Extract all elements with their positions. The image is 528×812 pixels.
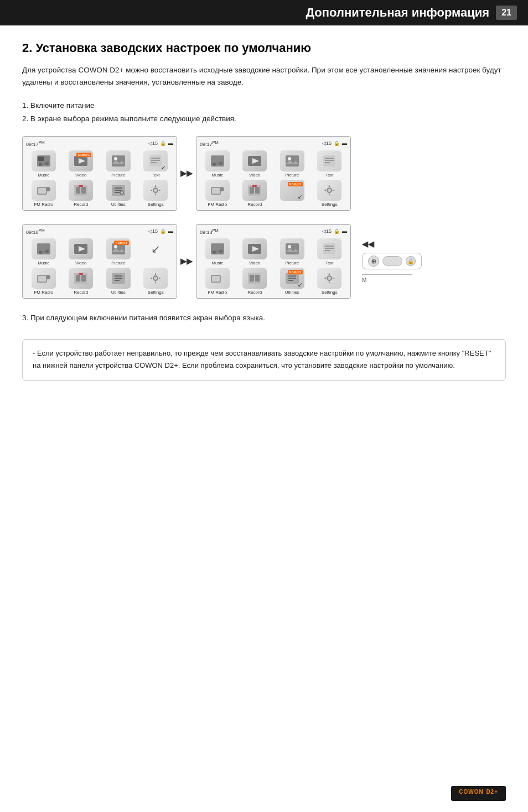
svg-rect-76: [286, 243, 299, 254]
screen-icons-grid-4: Music Video Picture: [200, 238, 347, 295]
icon-item-video-3: Video: [64, 238, 99, 266]
icon-item-utilities-3: Utilities: [101, 268, 136, 295]
icon-fmradio-3: [32, 268, 56, 289]
screen-group-top: 09:17PM ◁15 🔒 ▬ Music: [22, 136, 351, 211]
svg-point-58: [46, 275, 50, 279]
icon-item-video-2: Video: [237, 150, 273, 178]
icon-music-4: [205, 238, 230, 259]
nomad-badge-4: NOM@3: [288, 270, 303, 274]
icon-item-text-1: ↙ Text: [138, 150, 174, 178]
nomad-badge-1: NOM@3: [76, 153, 91, 157]
icon-music-3: [32, 238, 56, 259]
step2-text: 2. В экране выбора режима выполните след…: [22, 112, 506, 126]
row1-right-spacer: [356, 136, 506, 211]
svg-point-56: [114, 245, 117, 248]
screen-icons-grid-1: Music NOM@3 Video: [26, 150, 173, 207]
icon-video-2: [242, 150, 267, 171]
svg-point-71: [213, 251, 216, 254]
icon-utilities-1: [106, 180, 131, 201]
icon-record-3: [69, 268, 93, 289]
svg-rect-59: [38, 276, 46, 282]
svg-rect-18: [76, 187, 80, 194]
player-top-row: ◀◀: [362, 240, 374, 248]
svg-rect-34: [286, 155, 299, 166]
icon-item-picture-3: NOM@3 Picture: [101, 238, 136, 266]
device-screen-1: 09:17PM ◁15 🔒 ▬ Music: [22, 136, 177, 211]
screen-status-2: ◁15 🔒 ▬: [322, 140, 347, 146]
player-slider[interactable]: [382, 256, 402, 266]
rewind-icon: ◀◀: [362, 240, 374, 248]
icon-settings-1: [143, 180, 168, 201]
main-content: 2. Установка заводских настроек по умолч…: [0, 25, 528, 392]
screens-container: 09:17PM ◁15 🔒 ▬ Music: [22, 136, 506, 211]
icon-item-picture-1: Picture: [101, 150, 136, 178]
svg-rect-42: [212, 188, 220, 194]
screen-status-4: ◁15 🔒 ▬: [322, 228, 347, 234]
device-screen-2: 09:17PM ◁15 🔒 ▬ Music: [196, 136, 351, 211]
icon-item-settings-4: Settings: [312, 268, 348, 295]
svg-point-29: [213, 163, 216, 166]
screen-status-3: ◁15 🔒 ▬: [148, 228, 173, 234]
icon-item-fmradio-2: FM Radio: [200, 180, 235, 207]
icon-item-video-4: Video: [237, 238, 273, 266]
page-footer: COWON D2+: [451, 786, 506, 801]
svg-point-25: [120, 191, 123, 194]
icon-cursor-3: ↙: [143, 238, 168, 259]
icon-item-music-4: Music: [200, 238, 235, 266]
icon-item-music-3: Music: [26, 238, 61, 266]
icon-video-3: [69, 238, 93, 259]
svg-rect-63: [79, 273, 83, 275]
svg-point-15: [46, 187, 50, 191]
svg-rect-10: [149, 155, 162, 166]
svg-rect-78: [323, 243, 335, 254]
icon-fmradio-2: [205, 180, 230, 201]
divider-line: [362, 274, 412, 275]
icon-settings-3: [143, 268, 168, 289]
svg-rect-8: [112, 155, 125, 166]
icon-settings-4: [317, 268, 341, 289]
screen-time-3: 09:18PM: [26, 228, 45, 235]
svg-rect-36: [323, 155, 335, 166]
icon-settings-2: [317, 180, 341, 201]
svg-point-92: [328, 277, 331, 280]
svg-rect-86: [255, 275, 260, 282]
screen-time-1: 09:17PM: [26, 140, 45, 147]
icon-music-1: [32, 150, 56, 171]
player-icon-btn[interactable]: ⊞: [368, 256, 379, 267]
player-lock-btn[interactable]: 🔒: [406, 256, 416, 266]
brand-name: COWON: [459, 789, 483, 795]
screen-header-2: 09:17PM ◁15 🔒 ▬: [200, 140, 347, 147]
icon-item-settings-2: Settings: [312, 180, 348, 207]
steps-list: 1. Включите питание 2. В экране выбора р…: [22, 99, 506, 126]
icon-item-picture-2: Picture: [275, 150, 310, 178]
screen-group-bottom: 09:18PM ◁15 🔒 ▬ Music: [22, 224, 351, 299]
model-name: D2+: [486, 789, 498, 795]
svg-point-48: [328, 189, 331, 192]
icon-utilities-3: [106, 268, 131, 289]
icon-item-video-1: NOM@3 Video: [64, 150, 99, 178]
icon-item-cursor-3: ↙: [138, 238, 174, 266]
icon-text-2: [317, 150, 341, 171]
arrow-right-top: ▶▶: [180, 169, 193, 178]
icon-item-fmradio-4: FM Radio: [200, 268, 235, 295]
section-title: 2. Установка заводских настроек по умолч…: [22, 41, 506, 55]
svg-point-3: [39, 163, 42, 166]
step3-text: 3. При следующем включении питания появи…: [22, 312, 506, 324]
cursor-overlay-1: ↙: [161, 164, 165, 170]
page-header: Дополнительная информация 21: [0, 0, 528, 25]
screen-time-2: 09:17PM: [200, 140, 219, 147]
page-number: 21: [496, 6, 517, 20]
arrow-right-bottom: ▶▶: [180, 257, 193, 266]
cowon-logo: COWON D2+: [451, 786, 506, 801]
screen-header-4: 09:18PM ◁15 🔒 ▬: [200, 228, 347, 235]
svg-point-9: [114, 157, 117, 160]
icon-item-music-1: Music: [26, 150, 61, 178]
screen-status-1: ◁15 🔒 ▬: [148, 140, 173, 146]
icon-record-4: [242, 268, 267, 289]
icon-record-1: [69, 180, 93, 201]
icon-fmradio-1: [32, 180, 56, 201]
icon-item-record-1: Record: [64, 180, 99, 207]
player-middle-row: ⊞ 🔒: [362, 253, 422, 269]
note-text: - Если устройство работает неправильно, …: [33, 349, 491, 369]
svg-rect-46: [252, 185, 257, 187]
